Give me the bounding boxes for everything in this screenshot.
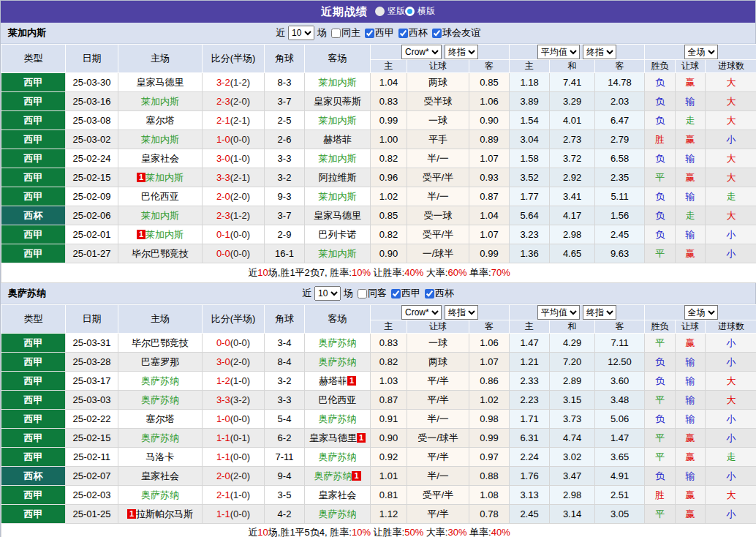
competition-filter[interactable]: 西甲	[362, 26, 394, 40]
header-row-selects: 类型日期主场比分(半场)角球客场Crow*终指平均值终指全场	[1, 45, 756, 60]
average-select[interactable]: 平均值	[537, 45, 580, 59]
halftime-score: (1-0)	[230, 153, 250, 164]
avg-away-cell: 1.47	[595, 429, 645, 448]
score-cell: 3-3(2-1)	[203, 168, 265, 187]
match-row: 西甲25-02-15奥萨苏纳1-1(0-1)6-2皇家马德里10.90受一/球半…	[1, 429, 756, 448]
fulltime-select[interactable]: 全场	[684, 305, 718, 320]
away-team-cell: 皇家马德里	[305, 206, 371, 225]
competition-cell: 西甲	[1, 448, 66, 467]
summary-text: 近10场,胜1平5负4, 胜率:10% 让胜率:50% 大率:30% 单率:40…	[1, 524, 756, 537]
venue-checkbox[interactable]	[331, 29, 341, 38]
home-team-name: 巴塞罗那	[141, 356, 179, 367]
result-goals-cell: 小	[706, 467, 756, 486]
competition-filter[interactable]: 西杯	[396, 26, 428, 40]
home-team-cell: 奥萨苏纳	[118, 372, 203, 391]
halftime-score: (2-0)	[230, 96, 250, 107]
final-odds-select[interactable]: 终指	[583, 45, 616, 59]
summary-stat-value: 10	[257, 267, 268, 278]
avg-away-cell: 2.45	[595, 225, 645, 244]
final-odds-select[interactable]: 终指	[445, 45, 478, 59]
bookmaker-select[interactable]: Crow*	[401, 305, 442, 320]
final-odds-select[interactable]: 终指	[445, 305, 478, 320]
competition-checkbox[interactable]	[432, 29, 442, 38]
home-team-name: 莱加内斯	[141, 210, 179, 221]
avg-draw-cell: 4.65	[550, 244, 595, 263]
subcolumn-header: 让球	[676, 320, 706, 334]
competition-checkbox[interactable]	[398, 29, 408, 38]
match-row: 西甲25-03-28巴塞罗那3-0(2-0)8-4奥萨苏纳0.82两球1.071…	[1, 353, 756, 372]
avg-home-cell: 3.04	[510, 130, 550, 149]
layout-radio-horizontal[interactable]: 横版	[405, 5, 435, 18]
venue-filter[interactable]: 同主	[328, 26, 360, 40]
odds-away-cell: 1.07	[469, 225, 510, 244]
radio-horizontal-icon[interactable]	[405, 7, 415, 16]
home-team-name: 毕尔巴鄂竞技	[132, 248, 189, 259]
competition-cell: 西甲	[1, 410, 66, 429]
home-team-name: 毕尔巴鄂竞技	[132, 337, 189, 348]
odds-home-cell: 0.87	[371, 391, 407, 410]
corner-cell: 5-4	[265, 410, 305, 429]
away-team-name: 奥萨苏纳	[314, 470, 352, 481]
away-team-cell: 奥萨苏纳	[305, 353, 371, 372]
away-team-name: 奥萨苏纳	[319, 508, 357, 519]
avg-home-cell: 5.64	[510, 206, 550, 225]
final-odds-select[interactable]: 终指	[583, 305, 616, 320]
fulltime-select[interactable]: 全场	[684, 45, 718, 59]
avg-away-cell: 5.06	[595, 410, 645, 429]
score-cell: 1-0(0-0)	[203, 410, 265, 429]
competition-checkbox[interactable]	[425, 289, 434, 298]
competition-cell: 西甲	[1, 486, 66, 505]
bookmaker-select[interactable]: Crow*	[401, 45, 442, 59]
score-cell: 2-1(1-0)	[203, 486, 265, 505]
halftime-score: (1-0)	[230, 489, 250, 500]
competition-cell: 西甲	[1, 130, 66, 149]
odds-away-cell: 0.85	[469, 73, 510, 92]
odds-away-cell: 1.02	[469, 391, 510, 410]
radio-label: 竖版	[388, 5, 405, 18]
score-cell: 1-2(1-0)	[203, 372, 265, 391]
fulltime-score: 1-1	[216, 451, 230, 462]
result-outcome-cell: 平	[645, 429, 676, 448]
odds-handicap-cell: 受平/半	[407, 486, 469, 505]
home-team-name: 巴伦西亚	[141, 191, 179, 202]
match-row: 西甲25-03-02莱加内斯1-0(0-0)2-6赫塔菲1.00平手0.893.…	[1, 130, 756, 149]
result-outcome-cell: 平	[645, 391, 676, 410]
score-cell: 0-1(0-0)	[203, 225, 265, 244]
column-header: 类型	[1, 305, 66, 334]
score-cell: 2-0(2-0)	[203, 187, 265, 206]
away-team-name: 莱加内斯	[319, 77, 357, 88]
layout-radio-vertical[interactable]: 竖版	[375, 5, 405, 18]
home-team-name: 奥萨苏纳	[141, 394, 179, 405]
result-handicap-cell: 赢	[676, 244, 706, 263]
odds-handicap-cell: 半/一	[407, 467, 469, 486]
date-cell: 25-02-15	[66, 168, 118, 187]
halftime-score: (0-0)	[230, 229, 250, 240]
match-count-select[interactable]: 10	[314, 286, 341, 301]
header-row-selects: 类型日期主场比分(半场)角球客场Crow*终指平均值终指全场	[1, 305, 756, 320]
column-header: 类型	[1, 45, 66, 73]
fulltime-score: 1-0	[216, 134, 230, 145]
away-team-cell: 皇家马德里1	[305, 429, 371, 448]
average-select[interactable]: 平均值	[537, 305, 580, 320]
page-title: 近期战绩	[321, 5, 368, 19]
radio-vertical-icon[interactable]	[375, 7, 385, 16]
away-team-cell: 赫塔菲	[305, 130, 371, 149]
column-header: 日期	[66, 45, 118, 73]
avg-draw-cell: 4.74	[550, 429, 595, 448]
unit-label: 场	[317, 26, 327, 40]
venue-checkbox[interactable]	[358, 289, 367, 298]
home-team-name: 皇家马德里	[137, 77, 184, 88]
avg-away-cell: 6.47	[595, 111, 645, 130]
competition-filter[interactable]: 西杯	[422, 287, 454, 300]
subcolumn-header: 让球	[676, 60, 706, 73]
result-handicap-cell: 输	[676, 149, 706, 168]
summary-stat-value: 40%	[404, 267, 423, 278]
competition-label: 西甲	[375, 26, 394, 40]
competition-checkbox[interactable]	[391, 289, 401, 298]
match-count-select[interactable]: 10	[288, 26, 314, 40]
competition-filter[interactable]: 西甲	[388, 287, 420, 300]
red-card-badge: 1	[347, 376, 356, 386]
competition-filter[interactable]: 球会友谊	[429, 26, 480, 40]
competition-checkbox[interactable]	[365, 29, 374, 38]
venue-filter[interactable]: 同客	[355, 287, 387, 300]
